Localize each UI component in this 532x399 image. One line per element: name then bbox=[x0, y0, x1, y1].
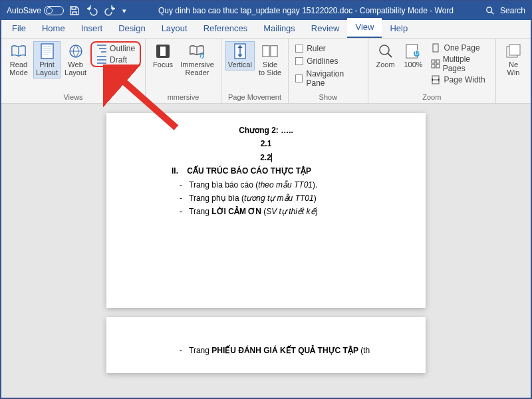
multiple-pages-button[interactable]: Multiple Pages bbox=[428, 54, 491, 74]
group-window-label bbox=[500, 92, 527, 103]
document-workspace[interactable]: Chương 2: ….. 2.1 2.2 II. CẤU TRÚC BÁO C… bbox=[1, 104, 531, 399]
navigation-pane-checkbox[interactable]: Navigation Pane bbox=[295, 68, 360, 89]
outline-draft-highlight: Outline Draft bbox=[90, 41, 141, 67]
tab-design[interactable]: Design bbox=[110, 19, 153, 38]
group-views-label: Views bbox=[5, 92, 141, 103]
section-heading: II. CẤU TRÚC BÁO CÁO THỰC TẬP bbox=[146, 164, 386, 178]
group-page-movement: Vertical Side to Side Page Movement bbox=[221, 39, 289, 103]
page-width-button[interactable]: Page Width bbox=[428, 74, 491, 85]
draft-label: Draft bbox=[110, 55, 127, 65]
title-bar: AutoSave ▾ Quy dinh bao cao thuc tap_upd… bbox=[1, 1, 531, 20]
list-item: Trang LỜI CẢM ƠN (SV tự thiết kế) bbox=[180, 205, 386, 218]
navpane-label: Navigation Pane bbox=[306, 69, 360, 88]
vertical-label: Vertical bbox=[228, 61, 252, 68]
list-item: Trang bìa báo cáo (theo mẫu TT01). bbox=[180, 178, 386, 192]
heading-chuong: Chương 2: ….. bbox=[146, 124, 386, 137]
tab-help[interactable]: Help bbox=[382, 19, 416, 38]
print-layout-label: Print Layout bbox=[36, 61, 58, 76]
svg-text:100: 100 bbox=[410, 49, 422, 57]
search-box[interactable]: Search bbox=[485, 6, 525, 15]
document-title: Quy dinh bao cao thuc tap_update ngay 15… bbox=[126, 6, 485, 15]
tab-layout[interactable]: Layout bbox=[154, 19, 196, 38]
web-layout-icon bbox=[68, 43, 84, 59]
svg-rect-13 bbox=[432, 60, 435, 63]
gridlines-label: Gridlines bbox=[307, 57, 338, 66]
read-mode-button[interactable]: Read Mode bbox=[5, 41, 32, 78]
toggle-off-icon bbox=[44, 6, 64, 15]
svg-rect-6 bbox=[263, 46, 269, 57]
group-page-movement-label: Page Movement bbox=[225, 92, 284, 103]
outline-button[interactable]: Outline bbox=[94, 43, 138, 54]
side-to-side-icon bbox=[262, 43, 278, 59]
vertical-icon bbox=[232, 43, 248, 59]
multiple-pages-icon bbox=[431, 59, 440, 68]
tab-references[interactable]: References bbox=[196, 19, 255, 38]
undo-icon[interactable] bbox=[85, 5, 98, 16]
redo-icon[interactable] bbox=[104, 5, 117, 16]
svg-rect-1 bbox=[41, 44, 53, 59]
focus-icon bbox=[155, 43, 171, 59]
draft-icon bbox=[96, 55, 107, 65]
immersive-reader-label: Immersive Reader bbox=[180, 61, 214, 76]
new-window-button[interactable]: Ne Win bbox=[500, 41, 527, 78]
autosave-toggle[interactable]: AutoSave bbox=[7, 6, 64, 15]
focus-label: Focus bbox=[153, 61, 173, 68]
group-immersive-label: mmersive bbox=[150, 92, 217, 103]
page-width-icon bbox=[431, 75, 442, 84]
one-page-icon bbox=[431, 43, 442, 53]
zoom-icon bbox=[378, 43, 394, 59]
search-icon bbox=[485, 6, 495, 15]
immersive-reader-icon bbox=[189, 43, 205, 59]
document-page[interactable]: Trang PHIẾU ĐÁNH GIÁ KẾT QUẢ THỰC TẬP (t… bbox=[106, 317, 426, 373]
zoom-100-button[interactable]: 100 100% bbox=[400, 41, 427, 70]
tab-file[interactable]: File bbox=[4, 19, 34, 38]
tab-review[interactable]: Review bbox=[303, 19, 348, 38]
tab-home[interactable]: Home bbox=[34, 19, 73, 38]
side-to-side-button[interactable]: Side to Side bbox=[256, 41, 284, 78]
vertical-button[interactable]: Vertical bbox=[225, 41, 255, 70]
checkbox-icon bbox=[295, 45, 303, 53]
web-layout-button[interactable]: Web Layout bbox=[62, 41, 89, 78]
svg-rect-4 bbox=[160, 47, 166, 56]
group-window: Ne Win bbox=[496, 39, 531, 103]
svg-point-8 bbox=[380, 45, 389, 55]
svg-rect-14 bbox=[436, 60, 440, 63]
checkbox-icon bbox=[295, 57, 303, 65]
zoom-100-label: 100% bbox=[404, 61, 422, 68]
focus-button[interactable]: Focus bbox=[150, 41, 176, 70]
page-width-label: Page Width bbox=[444, 75, 485, 84]
autosave-label: AutoSave bbox=[7, 6, 41, 15]
ribbon-tabs: File Home Insert Design Layout Reference… bbox=[1, 20, 531, 39]
ribbon: Read Mode Print Layout Web Layout Outlin… bbox=[1, 39, 531, 104]
zoom-button[interactable]: Zoom bbox=[372, 41, 399, 70]
save-icon[interactable] bbox=[69, 5, 80, 16]
search-label: Search bbox=[500, 6, 525, 15]
group-immersive: Focus Immersive Reader mmersive bbox=[146, 39, 221, 103]
tab-mailings[interactable]: Mailings bbox=[255, 19, 303, 38]
draft-button[interactable]: Draft bbox=[94, 55, 138, 65]
new-window-label: Ne Win bbox=[507, 61, 520, 76]
heading-2-1: 2.1 bbox=[146, 137, 386, 150]
checkbox-icon bbox=[295, 74, 303, 82]
new-window-icon bbox=[505, 43, 521, 59]
tab-view[interactable]: View bbox=[347, 18, 382, 38]
read-mode-label: Read Mode bbox=[9, 61, 28, 76]
group-zoom: Zoom 100 100% One Page Multiple Pages Pa… bbox=[368, 39, 496, 103]
tab-insert[interactable]: Insert bbox=[73, 19, 111, 38]
group-zoom-label: Zoom bbox=[372, 92, 491, 103]
document-page[interactable]: Chương 2: ….. 2.1 2.2 II. CẤU TRÚC BÁO C… bbox=[106, 113, 426, 308]
svg-rect-16 bbox=[436, 65, 440, 68]
heading-2-2: 2.2 bbox=[146, 151, 386, 164]
group-views: Read Mode Print Layout Web Layout Outlin… bbox=[1, 39, 146, 103]
print-layout-button[interactable]: Print Layout bbox=[33, 41, 61, 78]
svg-rect-12 bbox=[433, 44, 438, 52]
ruler-label: Ruler bbox=[307, 44, 326, 53]
immersive-reader-button[interactable]: Immersive Reader bbox=[178, 41, 217, 78]
print-layout-icon bbox=[39, 43, 55, 59]
ruler-checkbox[interactable]: Ruler bbox=[295, 43, 360, 55]
one-page-button[interactable]: One Page bbox=[428, 43, 491, 53]
side-to-side-label: Side to Side bbox=[259, 61, 281, 76]
gridlines-checkbox[interactable]: Gridlines bbox=[295, 55, 360, 67]
one-page-label: One Page bbox=[444, 43, 480, 53]
web-layout-label: Web Layout bbox=[65, 61, 86, 76]
